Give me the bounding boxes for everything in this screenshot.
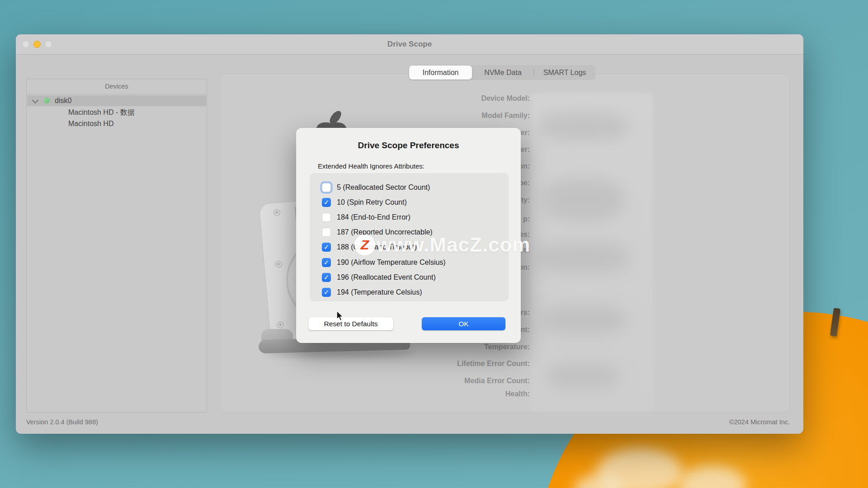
checkbox-label: 194 (Temperature Celsius) bbox=[337, 285, 422, 300]
field-label-lifetime-error-count: Lifetime Error Count: bbox=[457, 359, 530, 368]
checkbox[interactable]: ✓ bbox=[322, 243, 331, 252]
tab-information[interactable]: Information bbox=[409, 66, 472, 80]
checkbox-row[interactable]: ✓ 10 (Spin Retry Count) bbox=[310, 195, 509, 210]
macz-watermark-logo: Z bbox=[354, 235, 375, 255]
checkbox[interactable]: ✓ bbox=[322, 198, 331, 207]
devices-sidebar: Devices disk0 Macintosh HD - 数据 Macintos… bbox=[26, 79, 207, 413]
checkmark-icon: ✓ bbox=[322, 288, 331, 297]
field-label-fragment: p: bbox=[523, 215, 530, 224]
orange-pith-blotch bbox=[678, 465, 746, 488]
checkbox[interactable]: ✓ bbox=[322, 213, 331, 222]
checkbox-label: 184 (End-to-End Error) bbox=[337, 210, 410, 225]
field-label-fragment: er: bbox=[521, 128, 530, 137]
screw-icon: ✳ bbox=[275, 261, 282, 268]
tab-nvme-data[interactable]: NVMe Data bbox=[472, 65, 534, 80]
checkmark-icon: ✓ bbox=[322, 258, 331, 267]
checkbox-label: 10 (Spin Retry Count) bbox=[337, 195, 407, 210]
redacted-value bbox=[540, 305, 626, 334]
ok-button[interactable]: OK bbox=[422, 317, 505, 330]
field-label-temperature: Temperature: bbox=[484, 343, 530, 352]
screw-icon: ✳ bbox=[277, 321, 284, 328]
checkbox-label: 5 (Reallocated Sector Count) bbox=[337, 180, 430, 195]
checkbox-label: 196 (Reallocated Event Count) bbox=[337, 270, 436, 285]
checkbox-row[interactable]: ✓ 194 (Temperature Celsius) bbox=[310, 285, 509, 300]
status-dot-green bbox=[44, 98, 50, 103]
checkbox[interactable]: ✓ bbox=[322, 288, 331, 297]
field-label-fragment: nt: bbox=[521, 325, 530, 334]
title-bar: Drive Scope bbox=[16, 34, 803, 55]
redacted-values-region bbox=[531, 93, 653, 412]
macz-watermark-text: www.MacZ.com bbox=[377, 233, 530, 257]
redacted-value bbox=[547, 364, 619, 389]
reset-to-defaults-button[interactable]: Reset to Defaults bbox=[308, 317, 393, 330]
screw-icon: ✳ bbox=[273, 209, 280, 216]
checkbox-row[interactable]: ✓ 190 (Airflow Temperature Celsius) bbox=[310, 255, 509, 270]
field-label-health: Health: bbox=[505, 389, 530, 399]
redacted-value bbox=[535, 242, 630, 273]
field-label-fragment: ty: bbox=[521, 196, 530, 205]
sidebar-header: Devices bbox=[27, 79, 207, 94]
mouse-cursor bbox=[335, 310, 346, 322]
field-label-media-error-count: Media Error Count: bbox=[464, 376, 530, 385]
checkbox[interactable]: ✓ bbox=[322, 228, 331, 237]
checkbox-row[interactable]: ✓ 196 (Reallocated Event Count) bbox=[310, 270, 509, 285]
redacted-value bbox=[542, 178, 624, 221]
dialog-section-label: Extended Health Ignores Attributes: bbox=[318, 162, 425, 170]
field-label-device-model: Device Model: bbox=[481, 94, 530, 103]
sidebar-item-disk0[interactable]: disk0 bbox=[55, 95, 71, 106]
field-label-fragment: er: bbox=[521, 145, 530, 154]
redacted-value bbox=[538, 113, 628, 140]
selected-row-highlight bbox=[27, 95, 206, 106]
checkmark-icon: ✓ bbox=[322, 198, 331, 207]
tab-bar: Information NVMe Data SMART Logs bbox=[409, 65, 595, 80]
checkbox[interactable]: ✓ bbox=[322, 273, 331, 282]
copyright-text: ©2024 Micromat Inc. bbox=[729, 418, 790, 427]
checkmark-icon: ✓ bbox=[322, 243, 331, 252]
sidebar-item-volume[interactable]: Macintosh HD bbox=[68, 118, 113, 129]
field-label-model-family: Model Family: bbox=[481, 111, 530, 120]
checkbox-row[interactable]: ✓ 184 (End-to-End Error) bbox=[310, 210, 509, 225]
checkbox-row[interactable]: ✓ 5 (Reallocated Sector Count) bbox=[310, 180, 509, 195]
version-text: Version 2.0.4 (Build 988) bbox=[26, 418, 98, 427]
tab-smart-logs[interactable]: SMART Logs bbox=[534, 65, 595, 80]
checkbox-label: 190 (Airflow Temperature Celsius) bbox=[337, 255, 446, 270]
dialog-title: Drive Scope Preferences bbox=[296, 141, 521, 150]
checkbox[interactable]: ✓ bbox=[322, 258, 331, 267]
sidebar-item-volume[interactable]: Macintosh HD - 数据 bbox=[68, 107, 135, 118]
desktop-background: Drive Scope ✳ ✳ ✳ Devices disk0 Macintos… bbox=[0, 0, 868, 488]
field-label-fragment: rs: bbox=[521, 308, 530, 317]
window-title: Drive Scope bbox=[16, 40, 803, 49]
checkbox[interactable]: ✓ bbox=[322, 183, 331, 192]
checkmark-icon: ✓ bbox=[322, 273, 331, 282]
